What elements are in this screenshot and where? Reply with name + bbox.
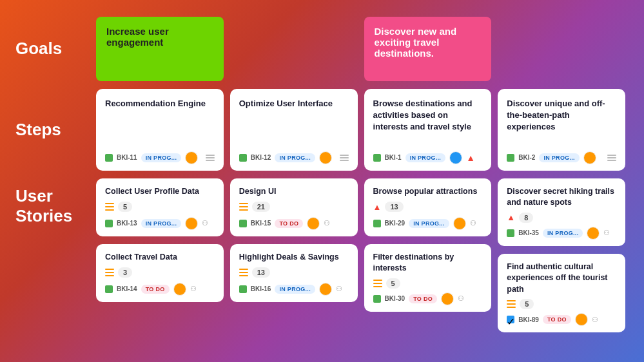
story-id-14: BKI-35 xyxy=(518,229,539,236)
story-flag-13 xyxy=(373,220,381,227)
group-icon-13: ⚇ xyxy=(470,219,476,227)
story-card-23: Filter destinations by interests 5 BKI-3… xyxy=(364,244,492,312)
step-status-4: IN PROG... xyxy=(539,153,580,162)
step-card-2: Optimize User Interface BKI-12 IN PROG..… xyxy=(230,89,358,171)
story-card-24: Find authentic cultural experiences off … xyxy=(498,254,625,333)
step-card-4: Discover unique and off-the-beaten-path … xyxy=(498,89,625,171)
story-status-23: TO DO xyxy=(409,294,437,303)
story-flag-24: ✓ xyxy=(507,316,514,323)
story-status-22: IN PROG... xyxy=(275,285,315,294)
step-status-2: IN PROG... xyxy=(275,153,315,162)
group-icon-23: ⚇ xyxy=(458,294,464,303)
goals-label: Goals xyxy=(15,13,93,85)
story-id-11: BKI-13 xyxy=(117,220,137,227)
user-stories-label: User Stories xyxy=(15,175,93,349)
chevron-up-icon-14: ▲ xyxy=(507,213,515,222)
step-avatar-2 xyxy=(319,151,332,164)
count-24: 5 xyxy=(520,299,534,309)
goal-card-2 xyxy=(230,17,358,81)
story-title-21: Collect Travel Data xyxy=(105,252,215,263)
goal-card-1: Increase user engagement xyxy=(96,17,224,81)
story-title-14: Discover secret hiking trails and nature… xyxy=(507,186,616,209)
step-avatar-4 xyxy=(583,151,596,164)
priority-icon-24 xyxy=(507,300,516,308)
step-card-1: Recommendation Engine BKI-11 IN PROG... xyxy=(96,89,224,171)
group-icon-14: ⚇ xyxy=(603,229,610,237)
group-icon-24: ⚇ xyxy=(592,316,598,324)
story-flag-12 xyxy=(239,220,247,227)
story-title-22: Highlight Deals & Savings xyxy=(239,252,349,263)
count-14: 8 xyxy=(519,213,533,223)
priority-icon-12 xyxy=(239,203,248,211)
count-13: 13 xyxy=(385,202,403,212)
step-menu-4[interactable] xyxy=(607,155,616,161)
chevron-up-icon-13: ▲ xyxy=(373,202,382,212)
count-22: 13 xyxy=(252,267,270,278)
story-flag-21 xyxy=(105,285,113,293)
goal-card-4 xyxy=(498,17,625,81)
step-id-3: BKI-1 xyxy=(385,154,402,161)
step-title-3: Browse destinations and activities based… xyxy=(373,98,483,133)
step-id-4: BKI-2 xyxy=(518,154,535,161)
story-id-23: BKI-30 xyxy=(385,295,405,302)
step-title-1: Recommendation Engine xyxy=(105,98,215,110)
story-avatar-13 xyxy=(453,217,466,230)
story-status-11: IN PROG... xyxy=(141,219,182,228)
group-icon-11: ⚇ xyxy=(202,219,208,227)
story-status-14: IN PROG... xyxy=(543,229,583,238)
story-avatar-22 xyxy=(319,283,332,296)
story-id-24: BKI-89 xyxy=(518,316,539,323)
count-21: 3 xyxy=(118,267,132,278)
story-id-13: BKI-29 xyxy=(385,220,405,227)
story-title-13: Browse popular attractions xyxy=(373,186,483,198)
story-flag-22 xyxy=(239,285,247,293)
story-status-13: IN PROG... xyxy=(409,219,449,228)
priority-icon-11 xyxy=(105,203,114,211)
goal-card-3: Discover new and exciting travel destina… xyxy=(364,17,492,81)
story-title-11: Collect User Profile Data xyxy=(105,186,215,198)
count-12: 21 xyxy=(252,202,270,212)
story-flag-14 xyxy=(507,229,514,237)
story-card-22: Highlight Deals & Savings 13 BKI-16 IN P… xyxy=(230,244,358,302)
step-title-4: Discover unique and off-the-beaten-path … xyxy=(507,98,616,133)
step-avatar-1 xyxy=(185,151,198,164)
story-avatar-12 xyxy=(307,217,320,230)
story-card-14: Discover secret hiking trails and nature… xyxy=(498,178,625,246)
step-card-3: Browse destinations and activities based… xyxy=(364,89,492,171)
priority-icon-21 xyxy=(105,269,114,276)
step-flag-1 xyxy=(105,154,113,162)
count-11: 5 xyxy=(118,202,132,212)
group-icon-21: ⚇ xyxy=(190,285,197,293)
story-status-24: TO DO xyxy=(543,315,571,324)
story-card-11: Collect User Profile Data 5 BKI-13 IN PR… xyxy=(96,178,224,236)
story-title-24: Find authentic cultural experiences off … xyxy=(507,262,616,296)
step-flag-4 xyxy=(507,154,514,162)
step-menu-2[interactable] xyxy=(340,155,349,161)
story-card-13: Browse popular attractions ▲ 13 BKI-29 I… xyxy=(364,178,492,236)
story-avatar-14 xyxy=(587,227,600,240)
story-id-22: BKI-16 xyxy=(251,285,271,292)
story-title-12: Design UI xyxy=(239,186,349,198)
count-23: 5 xyxy=(386,278,400,289)
step-avatar-3 xyxy=(449,151,462,164)
step-id-2: BKI-12 xyxy=(251,154,271,161)
story-id-12: BKI-15 xyxy=(251,220,271,227)
story-avatar-23 xyxy=(441,292,454,305)
step-flag-2 xyxy=(239,154,247,162)
story-id-21: BKI-14 xyxy=(117,285,137,292)
story-avatar-24 xyxy=(575,313,588,326)
step-menu-1[interactable] xyxy=(206,155,215,161)
chevron-up-icon-3: ▲ xyxy=(466,153,475,163)
steps-label: Steps xyxy=(15,85,93,175)
priority-icon-22 xyxy=(239,269,248,276)
step-status-3: IN PROG... xyxy=(405,153,446,162)
story-flag-23 xyxy=(373,295,381,303)
story-card-12: Design UI 21 BKI-15 TO DO ⚇ xyxy=(230,178,358,236)
story-flag-11 xyxy=(105,220,113,227)
group-icon-12: ⚇ xyxy=(324,219,330,227)
story-avatar-11 xyxy=(185,217,198,230)
story-status-12: TO DO xyxy=(275,219,303,228)
step-title-2: Optimize User Interface xyxy=(239,98,349,110)
step-id-1: BKI-11 xyxy=(117,154,137,161)
story-title-23: Filter destinations by interests xyxy=(373,252,483,274)
